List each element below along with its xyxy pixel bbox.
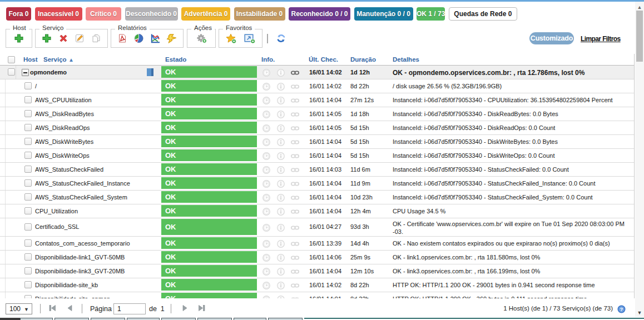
svg-text:?: ? bbox=[620, 306, 623, 312]
